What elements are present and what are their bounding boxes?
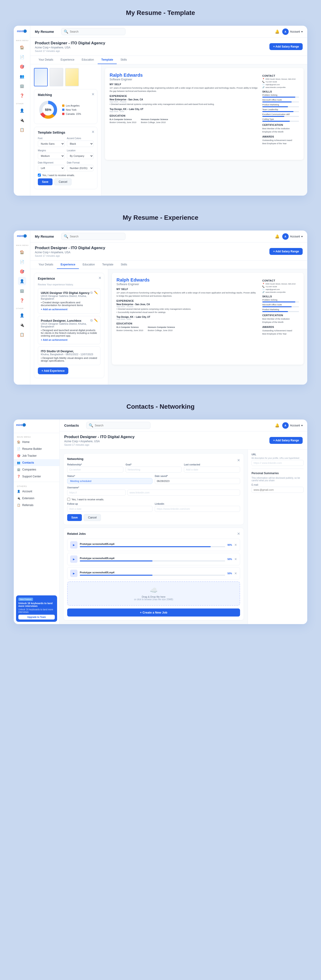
location-select[interactable]: By Company	[67, 153, 94, 159]
job-match-close-2[interactable]: ✕	[234, 571, 237, 575]
sidebar2-account[interactable]: 👤	[18, 311, 26, 320]
sidebar-item-extension[interactable]: 🔌	[18, 116, 26, 124]
sidebar2-ref[interactable]: 📋	[18, 331, 26, 339]
tab-experience[interactable]: Experience	[57, 56, 78, 64]
relationship-input[interactable]	[67, 466, 123, 473]
email-checkbox[interactable]	[38, 173, 41, 177]
tab-template[interactable]: Template	[98, 56, 117, 64]
template-thumb-2[interactable]	[49, 68, 63, 86]
tab-education[interactable]: Education	[78, 56, 98, 64]
tab2-education[interactable]: Education	[79, 261, 98, 269]
experience-panel-close-button[interactable]: ✕	[98, 276, 101, 280]
url-input[interactable]	[251, 460, 304, 466]
upgrade-button[interactable]: Upgrade to Team	[18, 615, 55, 619]
add-salary-button[interactable]: + Add Salary Range	[269, 43, 303, 50]
sidebar2-resume[interactable]: 📄	[18, 258, 26, 266]
add-experience-button[interactable]: + Add Experience	[38, 368, 68, 374]
date-alignment-select[interactable]: Left	[38, 165, 65, 171]
add-achievement-0[interactable]: + Add an achievement	[41, 308, 98, 311]
email-input[interactable]	[251, 487, 304, 493]
sidebar-item-support[interactable]: ❓	[18, 91, 26, 100]
sidebar-item-contacts[interactable]: 👥	[18, 72, 26, 80]
networking-close-button[interactable]: ✕	[237, 458, 240, 463]
tab-your-details[interactable]: Your Details	[35, 56, 57, 64]
section2-title: My Resume - Experience	[0, 205, 321, 226]
add-achievement-1[interactable]: + Add an achievement	[41, 339, 98, 341]
create-job-button[interactable]: + Create a New Job	[67, 608, 240, 617]
template-thumb-3[interactable]	[65, 68, 79, 86]
personal-summaries-title: Personal Summaries	[251, 472, 304, 475]
account-menu-2[interactable]: A Account ▾	[282, 233, 303, 240]
contacts-sidebar-contacts[interactable]: 👥 Contacts	[14, 459, 59, 466]
search-input[interactable]	[70, 30, 123, 33]
cancel-button[interactable]: Cancel	[54, 178, 71, 185]
sidebar2-support[interactable]: ❓	[18, 296, 26, 304]
related-jobs-close-button[interactable]: ✕	[237, 531, 240, 536]
contacts-sidebar-support[interactable]: ❓ Support Center	[14, 473, 59, 480]
sidebar2-home[interactable]: 🏠	[18, 248, 26, 256]
search-input-2[interactable]	[70, 235, 123, 238]
tab2-experience[interactable]: Experience	[57, 261, 79, 269]
bell-icon-2[interactable]: 🔔	[275, 234, 280, 239]
sidebar2-jobs[interactable]: 🎯	[18, 267, 26, 275]
contacts-sidebar-referrals[interactable]: 📋 Referrals	[14, 502, 59, 509]
username-input-1[interactable]	[67, 490, 126, 495]
search-bar[interactable]: 🔍	[61, 28, 125, 35]
sidebar2-ext[interactable]: 🔌	[18, 321, 26, 329]
username-input-2[interactable]	[128, 490, 240, 495]
date-saved-input[interactable]	[155, 478, 240, 484]
account-menu-3[interactable]: A Account ▾	[282, 422, 303, 429]
sidebar-item-jobs[interactable]: 🎯	[18, 62, 26, 71]
last-contacted-input[interactable]	[184, 466, 240, 473]
resume-left-2: Ralph Edwards Software Engineer My Self …	[117, 277, 258, 360]
follow-up-input[interactable]	[67, 506, 152, 512]
template-settings-close-button[interactable]: ✕	[92, 130, 95, 134]
exp-copy-icon-1[interactable]: ⧉	[90, 318, 93, 322]
drag-drop-area[interactable]: ☁️ Drag & Drop file here or click to bro…	[67, 581, 240, 606]
contacts-sidebar-jobs[interactable]: 🎯 Job Tracker	[14, 452, 59, 459]
search-bar-3[interactable]: 🔍	[86, 422, 150, 429]
networking-save-button[interactable]: Save	[67, 514, 82, 521]
donut-chart: 55%	[38, 99, 59, 120]
sidebar-item-referrals[interactable]: 📋	[18, 126, 26, 134]
margins-select[interactable]: Medium	[38, 153, 65, 159]
sidebar-item-resume[interactable]: 📄	[18, 53, 26, 61]
account-menu[interactable]: A Account ▾	[282, 29, 303, 35]
matching-close-button[interactable]: ✕	[92, 92, 95, 96]
exp-edit-icon-0[interactable]: ✏️	[94, 291, 98, 294]
contacts-sidebar-companies[interactable]: 🏢 Companies	[14, 466, 59, 473]
sidebar2-contacts[interactable]: 👤	[18, 277, 26, 285]
job-match-close-0[interactable]: ✕	[234, 543, 237, 547]
opt-in-checkbox[interactable]	[67, 498, 70, 501]
bell-icon-3[interactable]: 🔔	[275, 423, 280, 428]
tab-skills[interactable]: Skills	[117, 56, 130, 64]
contacts-sidebar-extension[interactable]: 🔌 Extension	[14, 495, 59, 502]
font-select[interactable]: Nunito Sans	[38, 140, 65, 147]
job-match-close-1[interactable]: ✕	[234, 557, 237, 561]
bell-icon[interactable]: 🔔	[275, 29, 280, 34]
add-salary-button-2[interactable]: + Add Salary Range	[269, 248, 303, 255]
exp-edit-icon-1[interactable]: ✏️	[94, 318, 98, 322]
tab2-your-details[interactable]: Your Details	[35, 261, 57, 269]
add-salary-button-3[interactable]: + Add Salary Range	[269, 437, 303, 444]
contacts-sidebar-home[interactable]: 🏠 Home	[14, 439, 59, 445]
sidebar-item-home[interactable]: 🏠	[18, 43, 26, 51]
exp-entry-desc-2: • Designed high-fidelity visual designs …	[41, 356, 98, 362]
sidebar-item-account[interactable]: 👤	[18, 106, 26, 115]
search-bar-2[interactable]: 🔍	[61, 233, 125, 240]
contacts-sidebar-resume[interactable]: 📄 Resume Builder	[14, 445, 59, 452]
date-format-select[interactable]: Number (01/01)	[67, 165, 94, 171]
linkedin-input[interactable]	[155, 506, 240, 512]
goal-input[interactable]	[126, 466, 182, 473]
accent-select[interactable]: Black	[67, 140, 94, 147]
exp-copy-icon-0[interactable]: ⧉	[90, 291, 93, 294]
networking-cancel-button[interactable]: Cancel	[84, 514, 101, 521]
search-input-3[interactable]	[95, 424, 148, 427]
contacts-sidebar-account[interactable]: 👤 Account	[14, 488, 59, 495]
save-button[interactable]: Save	[38, 178, 52, 185]
tab2-skills[interactable]: Skills	[117, 261, 131, 269]
sidebar2-companies[interactable]: 🏢	[18, 286, 26, 295]
sidebar-item-companies[interactable]: 🏢	[18, 82, 26, 90]
template-thumb-1[interactable]	[34, 68, 48, 86]
tab2-template[interactable]: Template	[99, 261, 117, 269]
